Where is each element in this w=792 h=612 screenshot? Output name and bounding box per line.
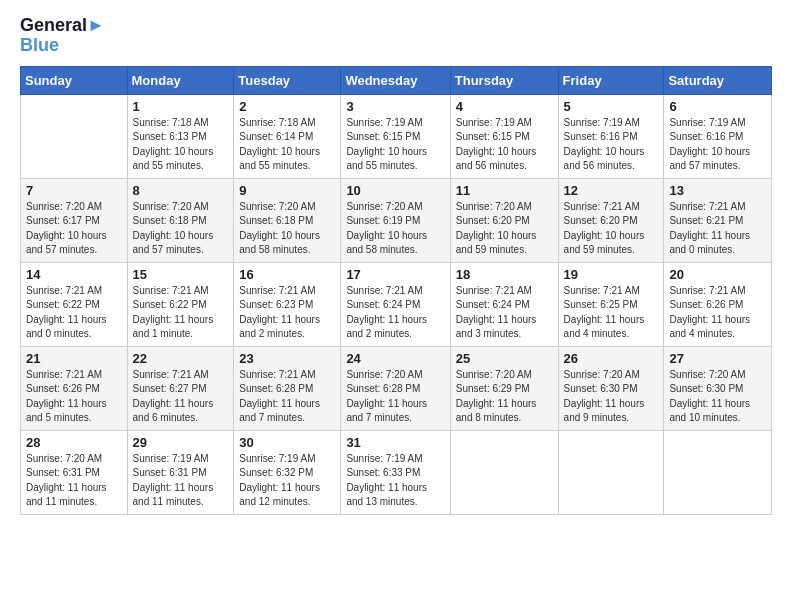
day-info: Sunrise: 7:19 AMSunset: 6:15 PMDaylight:… — [456, 116, 553, 174]
calendar-cell — [558, 430, 664, 514]
day-info: Sunrise: 7:19 AMSunset: 6:32 PMDaylight:… — [239, 452, 335, 510]
calendar-day-header: Wednesday — [341, 66, 450, 94]
day-number: 19 — [564, 267, 659, 282]
day-info: Sunrise: 7:21 AMSunset: 6:22 PMDaylight:… — [133, 284, 229, 342]
day-number: 4 — [456, 99, 553, 114]
calendar-cell: 20Sunrise: 7:21 AMSunset: 6:26 PMDayligh… — [664, 262, 772, 346]
day-info: Sunrise: 7:21 AMSunset: 6:24 PMDaylight:… — [346, 284, 444, 342]
day-number: 28 — [26, 435, 122, 450]
day-info: Sunrise: 7:21 AMSunset: 6:25 PMDaylight:… — [564, 284, 659, 342]
day-info: Sunrise: 7:20 AMSunset: 6:30 PMDaylight:… — [669, 368, 766, 426]
calendar-cell: 5Sunrise: 7:19 AMSunset: 6:16 PMDaylight… — [558, 94, 664, 178]
calendar-cell: 2Sunrise: 7:18 AMSunset: 6:14 PMDaylight… — [234, 94, 341, 178]
day-number: 25 — [456, 351, 553, 366]
calendar-cell: 19Sunrise: 7:21 AMSunset: 6:25 PMDayligh… — [558, 262, 664, 346]
calendar-week-row: 28Sunrise: 7:20 AMSunset: 6:31 PMDayligh… — [21, 430, 772, 514]
day-info: Sunrise: 7:21 AMSunset: 6:26 PMDaylight:… — [26, 368, 122, 426]
day-info: Sunrise: 7:20 AMSunset: 6:18 PMDaylight:… — [239, 200, 335, 258]
calendar-day-header: Sunday — [21, 66, 128, 94]
day-info: Sunrise: 7:19 AMSunset: 6:15 PMDaylight:… — [346, 116, 444, 174]
day-info: Sunrise: 7:21 AMSunset: 6:20 PMDaylight:… — [564, 200, 659, 258]
logo-text-blue: Blue — [20, 36, 59, 56]
calendar-cell: 27Sunrise: 7:20 AMSunset: 6:30 PMDayligh… — [664, 346, 772, 430]
calendar-cell: 8Sunrise: 7:20 AMSunset: 6:18 PMDaylight… — [127, 178, 234, 262]
day-info: Sunrise: 7:19 AMSunset: 6:33 PMDaylight:… — [346, 452, 444, 510]
day-number: 24 — [346, 351, 444, 366]
day-number: 17 — [346, 267, 444, 282]
calendar-table: SundayMondayTuesdayWednesdayThursdayFrid… — [20, 66, 772, 515]
calendar-cell: 3Sunrise: 7:19 AMSunset: 6:15 PMDaylight… — [341, 94, 450, 178]
day-number: 21 — [26, 351, 122, 366]
calendar-cell: 4Sunrise: 7:19 AMSunset: 6:15 PMDaylight… — [450, 94, 558, 178]
day-number: 26 — [564, 351, 659, 366]
calendar-cell: 1Sunrise: 7:18 AMSunset: 6:13 PMDaylight… — [127, 94, 234, 178]
calendar-cell: 29Sunrise: 7:19 AMSunset: 6:31 PMDayligh… — [127, 430, 234, 514]
calendar-day-header: Saturday — [664, 66, 772, 94]
calendar-week-row: 7Sunrise: 7:20 AMSunset: 6:17 PMDaylight… — [21, 178, 772, 262]
calendar-cell — [664, 430, 772, 514]
calendar-cell: 18Sunrise: 7:21 AMSunset: 6:24 PMDayligh… — [450, 262, 558, 346]
day-number: 1 — [133, 99, 229, 114]
calendar-cell: 15Sunrise: 7:21 AMSunset: 6:22 PMDayligh… — [127, 262, 234, 346]
day-number: 15 — [133, 267, 229, 282]
day-info: Sunrise: 7:20 AMSunset: 6:30 PMDaylight:… — [564, 368, 659, 426]
calendar-cell: 26Sunrise: 7:20 AMSunset: 6:30 PMDayligh… — [558, 346, 664, 430]
day-number: 8 — [133, 183, 229, 198]
day-info: Sunrise: 7:20 AMSunset: 6:31 PMDaylight:… — [26, 452, 122, 510]
calendar-cell: 13Sunrise: 7:21 AMSunset: 6:21 PMDayligh… — [664, 178, 772, 262]
day-info: Sunrise: 7:18 AMSunset: 6:13 PMDaylight:… — [133, 116, 229, 174]
day-number: 13 — [669, 183, 766, 198]
calendar-cell: 17Sunrise: 7:21 AMSunset: 6:24 PMDayligh… — [341, 262, 450, 346]
calendar-week-row: 14Sunrise: 7:21 AMSunset: 6:22 PMDayligh… — [21, 262, 772, 346]
calendar-cell: 10Sunrise: 7:20 AMSunset: 6:19 PMDayligh… — [341, 178, 450, 262]
calendar-body: 1Sunrise: 7:18 AMSunset: 6:13 PMDaylight… — [21, 94, 772, 514]
day-info: Sunrise: 7:19 AMSunset: 6:16 PMDaylight:… — [669, 116, 766, 174]
calendar-cell: 28Sunrise: 7:20 AMSunset: 6:31 PMDayligh… — [21, 430, 128, 514]
calendar-cell: 31Sunrise: 7:19 AMSunset: 6:33 PMDayligh… — [341, 430, 450, 514]
day-info: Sunrise: 7:21 AMSunset: 6:24 PMDaylight:… — [456, 284, 553, 342]
calendar-cell: 6Sunrise: 7:19 AMSunset: 6:16 PMDaylight… — [664, 94, 772, 178]
day-number: 18 — [456, 267, 553, 282]
header: General► Blue — [20, 16, 772, 56]
day-info: Sunrise: 7:21 AMSunset: 6:28 PMDaylight:… — [239, 368, 335, 426]
logo-text-general: General► — [20, 16, 105, 36]
calendar-cell: 24Sunrise: 7:20 AMSunset: 6:28 PMDayligh… — [341, 346, 450, 430]
day-info: Sunrise: 7:20 AMSunset: 6:17 PMDaylight:… — [26, 200, 122, 258]
calendar-day-header: Thursday — [450, 66, 558, 94]
day-number: 5 — [564, 99, 659, 114]
page: General► Blue SundayMondayTuesdayWednesd… — [0, 0, 792, 612]
day-number: 30 — [239, 435, 335, 450]
day-info: Sunrise: 7:21 AMSunset: 6:23 PMDaylight:… — [239, 284, 335, 342]
day-info: Sunrise: 7:20 AMSunset: 6:18 PMDaylight:… — [133, 200, 229, 258]
calendar-day-header: Friday — [558, 66, 664, 94]
calendar-cell: 30Sunrise: 7:19 AMSunset: 6:32 PMDayligh… — [234, 430, 341, 514]
calendar-cell: 16Sunrise: 7:21 AMSunset: 6:23 PMDayligh… — [234, 262, 341, 346]
day-number: 11 — [456, 183, 553, 198]
day-info: Sunrise: 7:19 AMSunset: 6:31 PMDaylight:… — [133, 452, 229, 510]
day-info: Sunrise: 7:21 AMSunset: 6:21 PMDaylight:… — [669, 200, 766, 258]
day-info: Sunrise: 7:20 AMSunset: 6:19 PMDaylight:… — [346, 200, 444, 258]
calendar-cell — [450, 430, 558, 514]
day-number: 23 — [239, 351, 335, 366]
calendar-cell: 23Sunrise: 7:21 AMSunset: 6:28 PMDayligh… — [234, 346, 341, 430]
calendar-cell: 22Sunrise: 7:21 AMSunset: 6:27 PMDayligh… — [127, 346, 234, 430]
day-info: Sunrise: 7:20 AMSunset: 6:28 PMDaylight:… — [346, 368, 444, 426]
day-number: 3 — [346, 99, 444, 114]
calendar-week-row: 21Sunrise: 7:21 AMSunset: 6:26 PMDayligh… — [21, 346, 772, 430]
calendar-cell: 11Sunrise: 7:20 AMSunset: 6:20 PMDayligh… — [450, 178, 558, 262]
day-number: 22 — [133, 351, 229, 366]
day-number: 9 — [239, 183, 335, 198]
calendar-cell: 9Sunrise: 7:20 AMSunset: 6:18 PMDaylight… — [234, 178, 341, 262]
day-info: Sunrise: 7:20 AMSunset: 6:20 PMDaylight:… — [456, 200, 553, 258]
calendar-day-header: Monday — [127, 66, 234, 94]
day-number: 31 — [346, 435, 444, 450]
day-number: 10 — [346, 183, 444, 198]
calendar-week-row: 1Sunrise: 7:18 AMSunset: 6:13 PMDaylight… — [21, 94, 772, 178]
day-info: Sunrise: 7:19 AMSunset: 6:16 PMDaylight:… — [564, 116, 659, 174]
day-number: 27 — [669, 351, 766, 366]
day-info: Sunrise: 7:20 AMSunset: 6:29 PMDaylight:… — [456, 368, 553, 426]
calendar-cell: 12Sunrise: 7:21 AMSunset: 6:20 PMDayligh… — [558, 178, 664, 262]
day-number: 12 — [564, 183, 659, 198]
day-number: 20 — [669, 267, 766, 282]
logo: General► Blue — [20, 16, 105, 56]
